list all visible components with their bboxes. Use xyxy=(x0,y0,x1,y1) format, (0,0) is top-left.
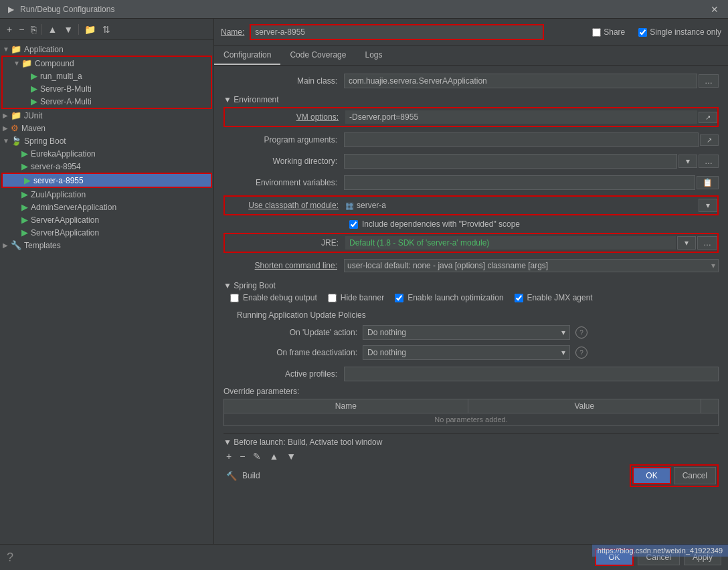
separator-1 xyxy=(41,24,42,35)
icon-compound: 📁 xyxy=(21,58,32,68)
launch-opt-checkbox[interactable] xyxy=(395,294,403,302)
env-vars-input[interactable] xyxy=(344,175,695,190)
sort-button[interactable]: ⇅ xyxy=(100,23,113,36)
frame-deact-help-button[interactable]: ? xyxy=(575,347,587,359)
main-class-input[interactable] xyxy=(344,74,697,88)
main-class-browse-button[interactable]: … xyxy=(699,74,719,88)
program-args-expand-button[interactable]: ↗ xyxy=(700,134,719,146)
tree-item-server-b-app[interactable]: ▶ ServerBApplication xyxy=(0,226,213,239)
tree-item-server-a-app[interactable]: ▶ ServerAApplication xyxy=(0,213,213,226)
shorten-cmd-label: Shorten command line: xyxy=(223,261,344,270)
tree-item-server-a-8955[interactable]: ▶ server-a-8955 xyxy=(3,174,211,187)
add-button[interactable]: + xyxy=(4,23,15,36)
cancel-button[interactable]: Cancel xyxy=(674,467,716,484)
launch-opt-label: Enable launch optimization xyxy=(407,293,503,302)
vm-options-expand-button[interactable]: ↗ xyxy=(699,112,717,123)
tab-logs[interactable]: Logs xyxy=(355,46,391,65)
config-tree: ▼ 📁 Application ▼ 📁 Compound ▶ run_multi… xyxy=(0,40,213,544)
frame-deact-row: On frame deactivation: Do nothing ▾ ? xyxy=(237,345,719,360)
tree-item-server-b-multi[interactable]: ▶ Server-B-Multi xyxy=(3,82,211,95)
working-dir-browse-button[interactable]: … xyxy=(699,155,719,168)
env-vars-browse-button[interactable]: 📋 xyxy=(697,176,719,189)
working-dir-dropdown-button[interactable]: ▾ xyxy=(678,155,697,168)
icon-run-multi-a: ▶ xyxy=(31,71,37,81)
before-launch-down-button[interactable]: ▼ xyxy=(284,451,298,462)
tree-item-admin[interactable]: ▶ AdminServerApplication xyxy=(0,201,213,213)
tree-item-compound[interactable]: ▼ 📁 Compound xyxy=(3,57,211,70)
update-action-value: Do nothing xyxy=(367,328,406,337)
active-profiles-input[interactable] xyxy=(344,367,719,381)
jmx-checkbox[interactable] xyxy=(515,294,523,302)
override-params-section: Override parameters: Name Value xyxy=(223,387,719,426)
tree-item-run-multi-a[interactable]: ▶ run_multi_a xyxy=(3,70,211,82)
label-server-a-app: ServerAApplication xyxy=(31,215,99,225)
down-button[interactable]: ▼ xyxy=(61,23,76,36)
working-dir-input[interactable] xyxy=(344,154,677,169)
share-checkbox[interactable] xyxy=(592,28,601,37)
before-launch-add-button[interactable]: + xyxy=(223,451,234,462)
main-class-row: Main class: … xyxy=(223,72,719,90)
right-panel: Name: Share Single instance only Configu… xyxy=(214,19,728,544)
close-button[interactable]: ✕ xyxy=(707,4,723,15)
icon-server-b-multi: ▶ xyxy=(31,84,37,94)
shorten-cmd-arrow: ▾ xyxy=(711,261,715,270)
jre-dropdown-button[interactable]: ▾ xyxy=(677,236,696,250)
jre-input[interactable] xyxy=(345,236,676,250)
hide-banner-label: Hide banner xyxy=(341,293,384,302)
tree-item-templates[interactable]: ▶ 🔧 Templates xyxy=(0,239,213,252)
override-extra-col xyxy=(701,399,719,413)
update-action-help-button[interactable]: ? xyxy=(575,326,587,339)
label-run-multi-a: run_multi_a xyxy=(40,72,82,81)
before-launch-edit-button[interactable]: ✎ xyxy=(250,451,264,462)
icon-application: 📁 xyxy=(11,44,21,54)
vm-options-label: VM options: xyxy=(225,112,345,122)
tree-item-spring-boot[interactable]: ▼ 🍃 Spring Boot xyxy=(0,134,213,147)
ok-button[interactable]: OK xyxy=(632,467,670,484)
tree-item-junit[interactable]: ▶ 📁 JUnit xyxy=(0,109,213,122)
spring-boot-options: Enable debug output Hide banner Enable l… xyxy=(230,293,719,305)
vm-options-input[interactable] xyxy=(345,110,697,124)
icon-server-a-8954: ▶ xyxy=(21,161,28,171)
before-launch-remove-button[interactable]: − xyxy=(237,451,248,462)
override-params-label: Override parameters: xyxy=(223,387,299,396)
running-policies: Running Application Update Policies On '… xyxy=(237,310,719,360)
debug-output-check: Enable debug output xyxy=(230,293,317,302)
program-args-row: Program arguments: ↗ xyxy=(223,131,719,149)
tree-item-server-a-8954[interactable]: ▶ server-a-8954 xyxy=(0,160,213,173)
frame-deact-arrow: ▾ xyxy=(561,348,565,357)
tree-item-application[interactable]: ▼ 📁 Application xyxy=(0,43,213,56)
label-server-a-multi: Server-A-Multi xyxy=(40,97,92,106)
env-vars-label: Environment variables: xyxy=(223,178,344,187)
help-icon[interactable]: ? xyxy=(7,551,13,565)
tab-configuration[interactable]: Configuration xyxy=(214,46,280,65)
remove-button[interactable]: − xyxy=(16,23,27,36)
shorten-cmd-dropdown[interactable]: user-local default: none - java [options… xyxy=(344,259,719,272)
folder-button[interactable]: 📁 xyxy=(82,23,98,36)
tab-code-coverage[interactable]: Code Coverage xyxy=(280,46,355,65)
before-launch-up-button[interactable]: ▲ xyxy=(266,451,281,462)
tree-item-maven[interactable]: ▶ ⚙ Maven xyxy=(0,122,213,134)
name-input[interactable] xyxy=(251,25,543,39)
tree-item-server-a-multi[interactable]: ▶ Server-A-Multi xyxy=(3,95,211,108)
hide-banner-check: Hide banner xyxy=(328,293,384,302)
debug-output-checkbox[interactable] xyxy=(230,294,239,302)
tree-item-zuul[interactable]: ▶ ZuulApplication xyxy=(0,188,213,201)
tree-item-eureka[interactable]: ▶ EurekaApplication xyxy=(0,147,213,160)
classpath-dropdown-button[interactable]: ▾ xyxy=(699,199,717,212)
copy-button[interactable]: ⎘ xyxy=(28,23,39,36)
update-action-dropdown[interactable]: Do nothing ▾ xyxy=(363,325,570,340)
before-launch-section: ▼ Before launch: Build, Activate tool wi… xyxy=(223,433,719,487)
single-instance-checkbox[interactable] xyxy=(638,28,647,37)
shorten-cmd-value: user-local default: none - java [options… xyxy=(347,261,548,270)
single-instance-checkbox-row: Single instance only xyxy=(638,27,721,37)
override-value-col: Value xyxy=(468,399,701,413)
update-action-row: On 'Update' action: Do nothing ▾ ? xyxy=(237,325,719,340)
hide-banner-checkbox[interactable] xyxy=(328,294,337,302)
program-args-input[interactable] xyxy=(344,132,699,147)
include-deps-checkbox[interactable] xyxy=(349,220,358,229)
jre-browse-button[interactable]: … xyxy=(697,236,717,250)
override-params-header: Override parameters: xyxy=(223,387,719,396)
up-button[interactable]: ▲ xyxy=(45,23,60,36)
update-action-label: On 'Update' action: xyxy=(237,328,357,337)
frame-deact-dropdown[interactable]: Do nothing ▾ xyxy=(363,345,570,360)
